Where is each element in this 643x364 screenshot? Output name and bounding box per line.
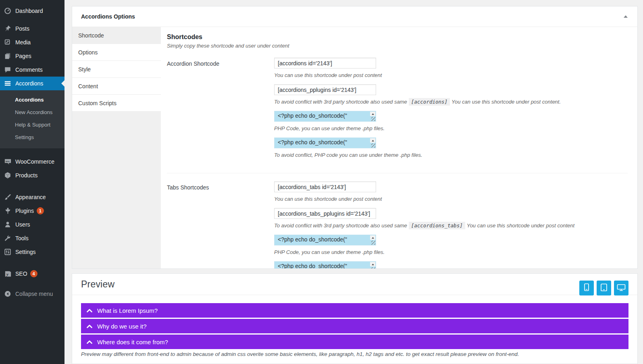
help-text-pre: To avoid conflict with 3rd party shortco…	[274, 99, 407, 105]
sidebar-item-label: Plugins	[15, 208, 34, 214]
php-code-textarea[interactable]: <?php echo do_shortcode("	[275, 235, 376, 245]
php-code-textarea[interactable]: <?php echo do_shortcode("	[275, 111, 376, 121]
sidebar-item-seo[interactable]: y SEO 4	[0, 267, 65, 281]
mobile-icon	[583, 283, 591, 293]
wrench-icon	[4, 234, 12, 242]
sidebar-item-label: Pages	[15, 53, 31, 59]
sidebar-item-products[interactable]: Products	[0, 168, 65, 182]
accordion-pplugins-shortcode-input[interactable]	[274, 84, 376, 95]
user-icon	[4, 220, 12, 229]
chevron-up-icon	[86, 308, 93, 313]
scroll-up-arrow-icon[interactable]	[370, 112, 375, 116]
brush-icon	[4, 193, 12, 201]
help-text: You can use this shortcode under post co…	[274, 71, 628, 79]
sidebar-item-label: Tools	[15, 235, 29, 241]
plugins-update-badge: 1	[37, 207, 44, 214]
submenu-item-help-support[interactable]: Help & Support	[0, 119, 65, 131]
php-code-textarea[interactable]: <?php echo do_shortcode("	[275, 138, 376, 148]
collapse-arrow-icon	[4, 290, 12, 298]
resize-grip-icon[interactable]	[371, 117, 375, 121]
tab-shortcode[interactable]: Shortcode	[72, 27, 161, 44]
chevron-up-icon	[86, 339, 93, 345]
resize-grip-icon[interactable]	[371, 241, 375, 245]
help-text: To avoid conflict with 3rd party shortco…	[274, 222, 628, 229]
sidebar-item-label: WooCommerce	[15, 158, 54, 165]
scroll-up-arrow-icon[interactable]	[370, 235, 375, 240]
woocommerce-icon: woo	[4, 158, 12, 166]
preview-accordion-header-2[interactable]: Why do we use it?	[81, 319, 628, 333]
tabs-shortcode-input[interactable]	[274, 181, 376, 192]
desktop-monitor-icon	[616, 283, 626, 293]
tablet-preview-button[interactable]	[597, 281, 611, 295]
row-divider	[167, 173, 628, 173]
yoast-icon: y	[4, 270, 12, 278]
tablet-icon	[599, 283, 608, 293]
submenu-item-accordions[interactable]: Accordions	[0, 94, 65, 106]
tab-custom-scripts[interactable]: Custom Scripts	[72, 95, 161, 112]
accordion-shortcode-input[interactable]	[274, 58, 376, 69]
sidebar-item-label: Settings	[15, 249, 36, 255]
preview-note: Preview may different from front-end to …	[81, 351, 628, 357]
tab-content[interactable]: Content	[72, 78, 161, 95]
section-heading: Shortcodes	[167, 33, 628, 41]
accordion-header-label: Where does it come from?	[97, 339, 168, 345]
submenu-item-new-accordions[interactable]: New Accordions	[0, 106, 65, 119]
pushpin-icon	[4, 25, 12, 33]
sidebar-item-woocommerce[interactable]: woo WooCommerce	[0, 155, 65, 168]
admin-sidebar: Dashboard Posts Media Pages Comments Acc…	[0, 0, 65, 364]
sidebar-item-media[interactable]: Media	[0, 35, 65, 49]
accordions-options-panel: Accordions Options Shortcode Options Sty…	[72, 6, 638, 269]
mobile-preview-button[interactable]	[579, 281, 594, 295]
scroll-up-arrow-icon[interactable]	[370, 262, 375, 266]
sidebar-item-collapse-menu[interactable]: Collapse menu	[0, 287, 65, 301]
tab-style[interactable]: Style	[72, 61, 161, 78]
sidebar-item-label: Appearance	[15, 194, 46, 200]
sidebar-item-appearance[interactable]: Appearance	[0, 190, 65, 204]
sidebar-item-users[interactable]: Users	[0, 218, 65, 231]
sidebar-item-tools[interactable]: Tools	[0, 231, 65, 245]
php-code-textarea-wrap: <?php echo do_shortcode("	[274, 235, 376, 245]
comment-icon	[4, 66, 12, 74]
submenu-item-settings[interactable]: Settings	[0, 131, 65, 144]
panel-collapse-toggle-icon[interactable]	[624, 15, 628, 18]
pages-icon	[4, 52, 12, 60]
php-code-textarea-wrap: <?php echo do_shortcode("	[274, 261, 376, 268]
textarea-scrollbar[interactable]	[370, 262, 376, 268]
panel-title: Accordions Options	[81, 13, 135, 20]
seo-notification-badge: 4	[30, 270, 37, 277]
chevron-up-icon	[86, 323, 93, 329]
help-text-post: You can use this shortcode under post co…	[467, 223, 574, 229]
resize-grip-icon[interactable]	[371, 267, 375, 268]
textarea-scrollbar[interactable]	[370, 235, 376, 245]
textarea-scrollbar[interactable]	[370, 111, 376, 121]
sidebar-item-posts[interactable]: Posts	[0, 22, 65, 35]
sidebar-item-accordions[interactable]: Accordions	[0, 77, 65, 90]
sidebar-item-label: SEO	[15, 270, 27, 277]
help-text: You can use this shortcode under post co…	[274, 195, 628, 203]
help-text-post: You can use this shortcode under post co…	[452, 99, 561, 105]
preview-accordion-header-1[interactable]: What is Lorem Ipsum?	[81, 303, 628, 318]
sidebar-item-label: Products	[15, 172, 37, 179]
scroll-up-arrow-icon[interactable]	[370, 138, 375, 143]
plug-icon	[4, 207, 12, 215]
tab-options[interactable]: Options	[72, 44, 161, 61]
textarea-scrollbar[interactable]	[370, 138, 376, 148]
preview-title: Preview	[81, 279, 114, 290]
sidebar-item-plugins[interactable]: Plugins 1	[0, 204, 65, 218]
help-text: To avoid conflict, PHP code you can use …	[274, 151, 628, 159]
sidebar-item-comments[interactable]: Comments	[0, 63, 65, 77]
active-menu-arrow	[58, 80, 65, 87]
sidebar-item-dashboard[interactable]: Dashboard	[0, 4, 65, 18]
accordion-shortcode-row: Accordion Shortcode You can use this sho…	[167, 58, 628, 164]
tabs-pplugins-shortcode-input[interactable]	[274, 208, 376, 219]
preview-accordion-header-3[interactable]: Where does it come from?	[81, 335, 628, 349]
sidebar-item-label: Collapse menu	[15, 291, 53, 297]
preview-panel: Preview What is Lorem Ipsum? Why do we u…	[72, 273, 638, 364]
php-code-textarea[interactable]: <?php echo do_shortcode("	[275, 262, 376, 268]
sidebar-item-settings[interactable]: Settings	[0, 245, 65, 259]
resize-grip-icon[interactable]	[371, 144, 375, 148]
media-icon	[4, 38, 12, 46]
sidebar-item-pages[interactable]: Pages	[0, 49, 65, 63]
row-label: Accordion Shortcode	[167, 58, 274, 164]
desktop-preview-button[interactable]	[614, 281, 628, 295]
